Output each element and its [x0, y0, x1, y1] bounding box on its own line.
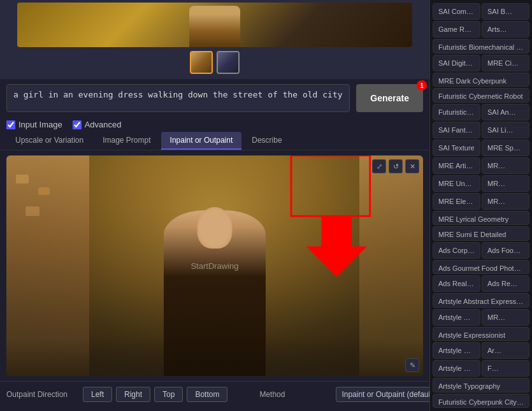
style-futuristic-cyber-robot[interactable]: Futuristic Cybernetic Robot [433, 88, 529, 103]
style-sai-texture[interactable]: SAI Texture [433, 140, 480, 156]
style-ads-foo[interactable]: Ads Foo… [482, 242, 529, 259]
street-scene-image: StartDrawing [6, 155, 423, 376]
style-mre-sumi[interactable]: MRE Sumi E Detailed [433, 226, 529, 241]
tab-describe[interactable]: Describe [243, 132, 291, 150]
advanced-label: Advanced [85, 120, 122, 129]
edit-btn[interactable]: ✎ [405, 358, 419, 372]
left-panel: a girl in an evening dress walking down … [0, 0, 430, 411]
style-futuristic-cyberpunk-city[interactable]: Futuristic Cyberpunk Cityscape [433, 394, 529, 408]
style-mre-underground[interactable]: MRE Underground [433, 175, 480, 192]
style-futuristic-bio[interactable]: Futuristic Biomechanical Cyber [433, 39, 529, 54]
style-artstyle-pointillism[interactable]: Artstyle Pointillism [433, 342, 480, 359]
prompt-input[interactable]: a girl in an evening dress walking down … [6, 84, 350, 112]
bottom-controls: Outpaint Direction Left Right Top Bottom… [0, 381, 429, 411]
style-sai-digital[interactable]: SAI Digital Art [433, 55, 480, 71]
style-row-7: MRE Artistic Vision MR… [433, 157, 529, 174]
style-row-14: Artstyle Steampunk F… [433, 360, 529, 377]
style-mr-3[interactable]: MR… [482, 193, 529, 210]
thumbnail-row [190, 47, 240, 76]
dir-top[interactable]: Top [154, 387, 183, 402]
thumb-img-2 [218, 52, 238, 73]
style-ads-real[interactable]: Ads Real Estate [433, 275, 480, 292]
outpaint-label: Outpaint Direction [6, 390, 70, 399]
style-mr-4[interactable]: MR… [482, 309, 529, 326]
input-image-checkbox-label[interactable]: Input Image [6, 120, 62, 129]
options-row: Input Image Advanced [0, 117, 429, 132]
refresh-btn[interactable]: ↺ [389, 159, 403, 173]
top-image-strip [0, 0, 429, 79]
style-game-retro[interactable]: Game Retro Game [433, 21, 480, 38]
style-artstyle-steampunk[interactable]: Artstyle Steampunk [433, 360, 480, 377]
dir-right[interactable]: Right [116, 387, 150, 402]
main-preview-image [17, 3, 412, 47]
style-mr-1[interactable]: MR… [482, 157, 529, 174]
method-select[interactable]: Inpaint or Outpaint (default)InpaintOutp… [336, 387, 430, 402]
style-row-1: SAI Comic Book SAI B… [433, 3, 529, 20]
style-row-13: Artstyle Pointillism Ar… [433, 342, 529, 359]
inpaint-area[interactable]: Drag above image to here i StartDrawing … [6, 155, 423, 376]
style-mre-ci[interactable]: MRE Ci… [482, 55, 529, 71]
direction-buttons: Left Right Top Bottom [83, 387, 227, 402]
style-row-5: SAI Fantasy Art SAI Li… [433, 122, 529, 138]
inpaint-toolbar: ⤢ ↺ ✕ [372, 159, 419, 173]
style-mre-spo[interactable]: MRE Spo… [482, 140, 529, 156]
style-row-10: Ads Corporate Ads Foo… [433, 242, 529, 259]
style-row-12: Artstyle Art Nouveau MR… [433, 309, 529, 326]
style-artstyle-typography[interactable]: Artstyle Typography [433, 378, 529, 393]
prompt-section: a girl in an evening dress walking down … [0, 79, 429, 117]
style-row-3: SAI Digital Art MRE Ci… [433, 55, 529, 71]
input-image-label: Input Image [18, 120, 62, 129]
generate-badge: 1 [417, 80, 427, 90]
preview-figure [189, 6, 240, 47]
style-row-9: MRE Elemental Art MR… [433, 193, 529, 210]
dir-bottom[interactable]: Bottom [187, 387, 227, 402]
style-ads-gourmet[interactable]: Ads Gourmet Food Photography [433, 260, 529, 275]
close-btn[interactable]: ✕ [405, 159, 419, 173]
style-sai-comic[interactable]: SAI Comic Book [433, 3, 480, 20]
resize-btn[interactable]: ⤢ [372, 159, 386, 173]
style-sai-an[interactable]: SAI An… [482, 104, 529, 120]
style-f[interactable]: F… [482, 360, 529, 377]
style-ads-corporate[interactable]: Ads Corporate [433, 242, 480, 259]
advanced-checkbox-label[interactable]: Advanced [73, 120, 122, 129]
input-image-checkbox[interactable] [6, 120, 15, 129]
right-panel: SAI Comic Book SAI B… Game Retro Game Ar… [430, 0, 532, 411]
style-mre-dark[interactable]: MRE Dark Cyberpunk [433, 73, 529, 87]
tabs-row: Upscale or Variation Image Prompt Inpain… [0, 132, 429, 150]
style-row-6: SAI Texture MRE Spo… [433, 140, 529, 156]
style-artstyle-nouveau[interactable]: Artstyle Art Nouveau [433, 309, 480, 326]
style-row-2: Game Retro Game Arts… [433, 21, 529, 38]
tab-upscale[interactable]: Upscale or Variation [6, 132, 92, 150]
style-artstyle-expressionist[interactable]: Artstyle Expressionist [433, 327, 529, 342]
thumbnail-2[interactable] [217, 51, 240, 74]
style-row-11: Ads Real Estate Ads Re… [433, 275, 529, 292]
generate-button[interactable]: Generate 1 [356, 84, 423, 112]
style-sai-b[interactable]: SAI B… [482, 3, 529, 20]
thumbnail-1[interactable] [190, 51, 213, 74]
outpaint-section: Outpaint Direction Left Right Top Bottom… [6, 387, 423, 402]
style-sai-li[interactable]: SAI Li… [482, 122, 529, 138]
style-row-8: MRE Underground MR… [433, 175, 529, 192]
tab-inpaint[interactable]: Inpaint or Outpaint [161, 132, 242, 150]
style-mre-lyrical[interactable]: MRE Lyrical Geometry [433, 211, 529, 226]
style-mre-elemental[interactable]: MRE Elemental Art [433, 193, 480, 210]
style-ads-re[interactable]: Ads Re… [482, 275, 529, 292]
style-ar[interactable]: Ar… [482, 342, 529, 359]
style-row-4: Futuristic Sci Fi SAI An… [433, 104, 529, 120]
tab-image-prompt[interactable]: Image Prompt [94, 132, 159, 150]
style-mr-2[interactable]: MR… [482, 175, 529, 192]
style-futuristic-sci[interactable]: Futuristic Sci Fi [433, 104, 480, 120]
thumb-img-1 [191, 52, 212, 73]
style-sai-fantasy[interactable]: SAI Fantasy Art [433, 122, 480, 138]
method-label: Method [259, 390, 323, 399]
method-select-wrapper: Inpaint or Outpaint (default)InpaintOutp… [336, 387, 430, 402]
dir-left[interactable]: Left [83, 387, 112, 402]
advanced-checkbox[interactable] [73, 120, 82, 129]
style-mre-artistic[interactable]: MRE Artistic Vision [433, 157, 480, 174]
style-arts[interactable]: Arts… [482, 21, 529, 38]
style-artstyle-abstract[interactable]: Artstyle Abstract Expressionism [433, 293, 529, 308]
